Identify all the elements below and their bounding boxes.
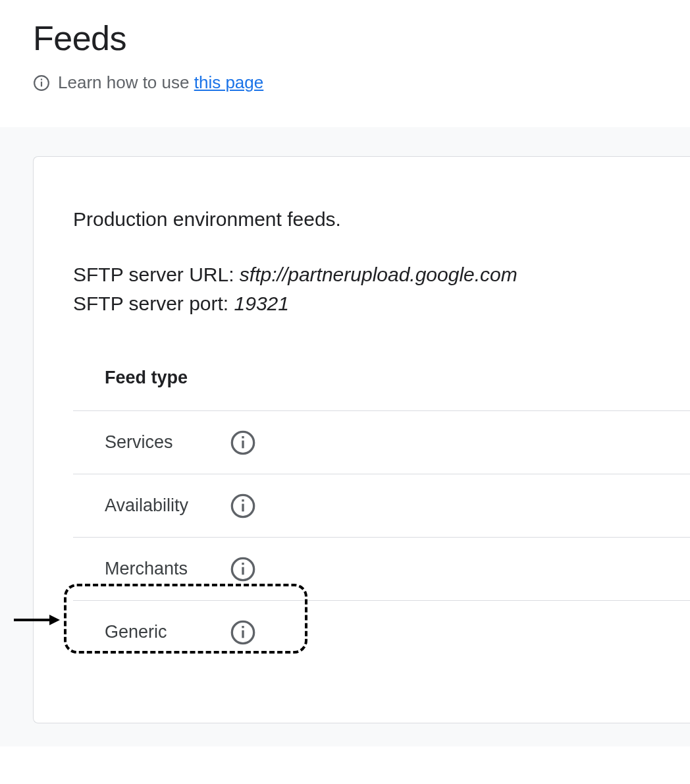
table-row: Merchants <box>73 537 690 600</box>
info-icon[interactable] <box>230 430 256 456</box>
svg-rect-14 <box>242 626 244 628</box>
sftp-url-line: SFTP server URL: sftp://partnerupload.go… <box>73 264 690 286</box>
feed-type-table: Feed type Services Availability <box>73 368 690 663</box>
info-icon[interactable] <box>230 556 256 582</box>
sftp-url-value: sftp://partnerupload.google.com <box>240 264 518 285</box>
info-icon <box>33 74 50 92</box>
help-text: Learn how to use <box>58 72 194 92</box>
page-title: Feeds <box>33 18 690 58</box>
info-icon[interactable] <box>230 493 256 519</box>
svg-rect-2 <box>41 78 42 80</box>
card-heading: Production environment feeds. <box>73 208 690 231</box>
help-link[interactable]: this page <box>194 72 264 92</box>
sftp-port-line: SFTP server port: 19321 <box>73 293 690 315</box>
svg-marker-16 <box>49 615 60 625</box>
svg-rect-10 <box>242 567 244 574</box>
feed-type-label: Availability <box>105 495 203 516</box>
feed-type-label: Merchants <box>105 559 203 579</box>
svg-rect-8 <box>242 499 244 501</box>
table-header-feed-type: Feed type <box>73 368 690 410</box>
svg-rect-4 <box>242 440 244 448</box>
table-row: Services <box>73 410 690 474</box>
feed-type-label: Services <box>105 432 203 453</box>
table-row: Generic <box>73 600 690 663</box>
svg-rect-7 <box>242 503 244 511</box>
svg-rect-1 <box>41 81 42 86</box>
sftp-url-label: SFTP server URL: <box>73 264 240 285</box>
feed-type-label: Generic <box>105 622 203 642</box>
svg-rect-13 <box>242 630 244 638</box>
info-icon[interactable] <box>230 619 256 646</box>
content-area: Production environment feeds. SFTP serve… <box>0 127 690 746</box>
sftp-port-label: SFTP server port: <box>73 293 234 314</box>
svg-rect-11 <box>242 563 244 565</box>
annotation-arrow-icon <box>14 613 60 627</box>
sftp-port-value: 19321 <box>234 293 289 314</box>
svg-rect-5 <box>242 436 244 438</box>
feeds-card: Production environment feeds. SFTP serve… <box>33 156 690 723</box>
table-row: Availability <box>73 474 690 537</box>
help-row: Learn how to use this page <box>33 72 690 93</box>
